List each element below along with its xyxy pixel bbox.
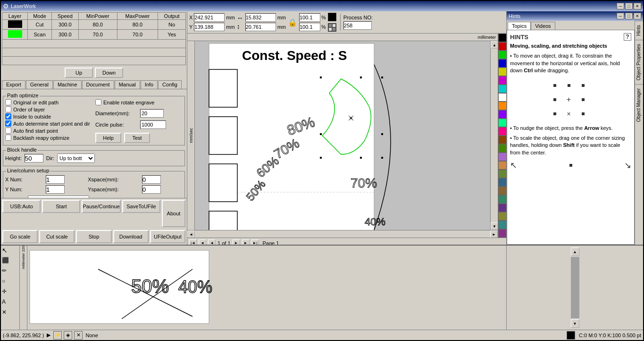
hints-tab-topics[interactable]: Topics	[508, 22, 531, 30]
original-edit-path-checkbox[interactable]	[5, 99, 11, 105]
page-first-button[interactable]: |◄	[189, 239, 197, 245]
hints-scroll-up-button[interactable]: ▲	[571, 247, 579, 256]
hints-scroll-track[interactable]	[571, 257, 579, 318]
color-swatch-12[interactable]	[498, 136, 507, 144]
circle-pulse-input[interactable]	[140, 120, 166, 129]
tab-general[interactable]: General	[26, 80, 53, 89]
x-num-input[interactable]	[46, 175, 65, 184]
tab-document[interactable]: Document	[82, 80, 114, 89]
color-swatch-4[interactable]	[498, 68, 507, 76]
scroll-down-button[interactable]: ▼	[491, 222, 498, 230]
diameter-input[interactable]	[140, 109, 164, 118]
side-tab-object-properties[interactable]: Object Properties	[635, 40, 643, 84]
save-to-u-button[interactable]: SaveToUFile	[122, 200, 160, 213]
horizontal-scrollbar[interactable]: ◄ ►	[187, 230, 498, 238]
color-swatch-1[interactable]	[498, 42, 507, 51]
bottom-canvas[interactable]: millimeter 220 50% 40%	[20, 246, 506, 330]
about-button[interactable]: About	[162, 200, 185, 227]
page-prev-button[interactable]: ◄	[199, 239, 206, 245]
side-tab-object-manager[interactable]: Object Manager	[635, 84, 643, 126]
down-button[interactable]: Down	[95, 68, 123, 78]
color-swatch-7[interactable]	[498, 93, 507, 102]
text-tool[interactable]: A	[2, 298, 11, 308]
color-swatch-5[interactable]	[498, 76, 507, 85]
color-swatch-6[interactable]	[498, 85, 507, 93]
process-no-input[interactable]	[343, 21, 372, 30]
height-input[interactable]	[245, 23, 276, 31]
color-swatch-2[interactable]	[498, 51, 507, 59]
y-num-input[interactable]	[46, 185, 65, 194]
x-coord-input[interactable]	[194, 13, 225, 22]
tab-export[interactable]: Export	[2, 80, 25, 89]
close-button[interactable]: ✕	[634, 3, 641, 9]
grid-icon[interactable]	[328, 23, 336, 32]
inside-to-outside-checkbox[interactable]	[5, 113, 11, 119]
color-swatch-8[interactable]	[498, 102, 507, 110]
tab-info[interactable]: Info	[141, 80, 158, 89]
color-swatch-11[interactable]	[498, 127, 507, 136]
color-swatch-9[interactable]	[498, 110, 507, 119]
color-swatch-15[interactable]	[498, 161, 507, 170]
go-scale-button[interactable]: Go scale	[2, 230, 38, 243]
usb-auto-button[interactable]: USB:Auto	[2, 200, 41, 213]
color-swatch-18[interactable]	[498, 187, 507, 195]
page-next2-button[interactable]: ►	[242, 239, 250, 245]
table-row[interactable]: Cut 300.0 80.0 80.0 No	[2, 20, 186, 30]
backlash-checkbox[interactable]	[5, 135, 11, 141]
color-swatch-16[interactable]	[498, 170, 507, 178]
scroll-right-button[interactable]: ►	[490, 230, 498, 238]
stop-button[interactable]: Stop	[76, 230, 111, 243]
color-swatch-19[interactable]	[498, 195, 507, 204]
dir-select[interactable]: Up to bott Left to right Right to left B…	[57, 153, 95, 163]
tab-machine[interactable]: Machine	[53, 80, 82, 89]
select-tool[interactable]: ↖	[2, 247, 11, 256]
color-swatch-14[interactable]	[498, 153, 507, 161]
auto-find-checkbox[interactable]	[5, 128, 11, 134]
help-button[interactable]: Help	[95, 133, 121, 143]
status-icon-3[interactable]: ✕	[74, 331, 83, 340]
hints-close-button[interactable]: ✕	[634, 13, 641, 19]
start-button[interactable]: Start	[42, 200, 80, 213]
move-tool[interactable]: ✛	[2, 288, 11, 298]
scroll-left-button[interactable]: ◄	[187, 230, 195, 238]
y-coord-input[interactable]	[194, 23, 225, 31]
color-fill-icon[interactable]	[328, 13, 336, 21]
hints-maximize-button[interactable]: □	[625, 13, 633, 19]
test-button[interactable]: Test	[124, 133, 150, 143]
hints-tab-videos[interactable]: Videos	[531, 22, 555, 30]
auto-determine-checkbox[interactable]	[5, 120, 11, 127]
tab-manual[interactable]: Manual	[115, 80, 140, 89]
order-of-layer-checkbox[interactable]	[5, 106, 11, 112]
width-input[interactable]	[245, 13, 276, 22]
page-next-button[interactable]: ►	[233, 239, 240, 245]
height-input[interactable]	[25, 154, 43, 162]
color-swatch-10[interactable]	[498, 119, 507, 127]
page-last-button[interactable]: ►|	[251, 239, 259, 245]
enable-rotate-checkbox[interactable]	[95, 99, 101, 105]
color-swatch-3[interactable]	[498, 59, 507, 68]
color-swatch-0[interactable]	[498, 34, 507, 42]
circle-tool[interactable]: ○	[2, 278, 11, 287]
help-icon[interactable]: ?	[624, 33, 631, 41]
table-row[interactable]: Scan 300.0 70.0 70.0 Yes	[2, 30, 186, 40]
status-icon-2[interactable]: ◈	[64, 331, 72, 340]
color-swatch-23[interactable]	[498, 229, 507, 238]
download-button[interactable]: Download	[113, 230, 149, 243]
page-prev2-button[interactable]: ◄	[208, 239, 216, 245]
pencil-tool[interactable]: ✏	[2, 267, 11, 277]
status-icon-1[interactable]: ⚡	[53, 331, 62, 340]
color-swatch-21[interactable]	[498, 212, 507, 221]
color-swatch-22[interactable]	[498, 221, 507, 229]
scroll-up-button[interactable]: ▲	[491, 41, 498, 49]
close-tool[interactable]: ✕	[2, 309, 11, 318]
color-swatch-17[interactable]	[498, 178, 507, 187]
u-file-output-button[interactable]: UFileOutput	[150, 230, 185, 243]
canvas-workspace[interactable]: Const. Speed : S	[195, 41, 490, 230]
minimize-button[interactable]: ─	[617, 3, 624, 9]
position-select[interactable]: Current position Absolute position	[28, 196, 89, 198]
x-space-input[interactable]	[142, 175, 161, 184]
pause-continue-button[interactable]: Pause/Continue	[82, 200, 120, 213]
scale-y-input[interactable]	[299, 23, 320, 31]
lock-icon[interactable]: 🔒	[288, 18, 297, 27]
node-tool[interactable]: ⬛	[2, 257, 11, 266]
